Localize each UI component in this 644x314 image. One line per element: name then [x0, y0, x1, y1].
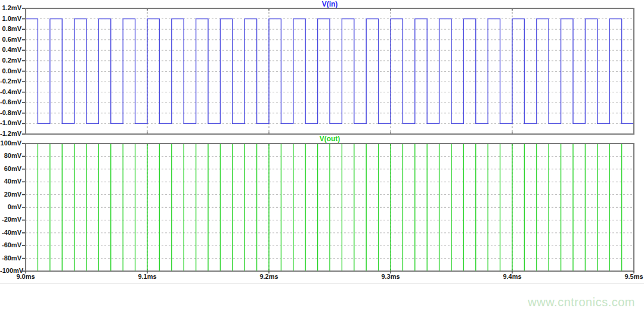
y-tick-label: 0.6mV	[0, 36, 21, 43]
x-tick-label: 9.0ms	[16, 273, 35, 281]
y-tick-label: -80mV	[0, 254, 21, 262]
y-tick-label: 0.2mV	[0, 57, 21, 64]
y-tick-label: 0.0mV	[0, 67, 21, 75]
y-tick-label: 0.8mV	[0, 25, 21, 33]
y-tick-label: -0.4mV	[0, 88, 21, 96]
x-tick-label: 9.2ms	[259, 273, 278, 281]
y-tick-label: -0.8mV	[0, 109, 21, 117]
y-tick-label: 1.0mV	[0, 15, 21, 23]
y-tick-label: 40mV	[0, 178, 21, 185]
y-tick-label: 0mV	[0, 203, 21, 211]
y-tick-label: 20mV	[0, 191, 21, 198]
waveform-viewer-window: V(in) V(out) www.cntronics.com 1.2mV1.0m…	[0, 0, 644, 314]
y-tick-label: -0.6mV	[0, 98, 21, 106]
watermark: www.cntronics.com	[528, 296, 635, 309]
y-tick-label: -40mV	[0, 229, 21, 237]
y-tick-label: -1.2mV	[0, 130, 21, 138]
plot-pane-vout[interactable]	[0, 0, 644, 314]
x-tick-label: 9.1ms	[138, 273, 156, 281]
y-tick-label: -0.2mV	[0, 77, 21, 85]
y-tick-label: -1.0mV	[0, 119, 21, 127]
y-tick-label: 60mV	[0, 165, 21, 173]
x-tick-label: 9.4ms	[503, 273, 521, 281]
y-tick-label: -20mV	[0, 216, 21, 223]
y-tick-label: -60mV	[0, 241, 21, 249]
y-tick-label: 80mV	[0, 152, 21, 160]
x-tick-label: 9.3ms	[381, 273, 400, 281]
y-tick-label: 1.2mV	[0, 4, 21, 12]
y-tick-label: 0.4mV	[0, 46, 21, 54]
y-tick-label: 100mV	[0, 139, 21, 147]
panel-bottom-edge	[0, 283, 644, 284]
x-tick-label: 9.5ms	[624, 273, 643, 281]
